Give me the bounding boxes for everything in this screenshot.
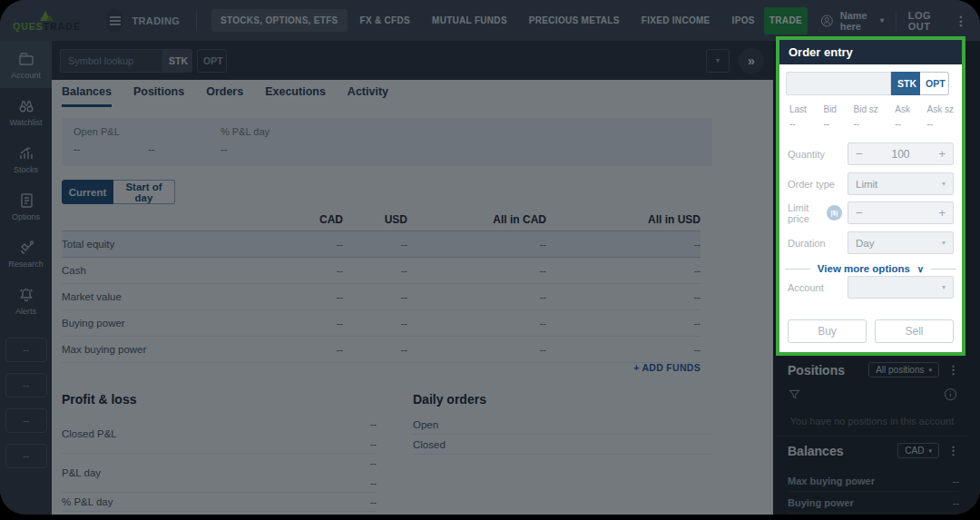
quote-label: Ask sz: [927, 104, 954, 114]
order-entry-header: Order entry: [779, 40, 962, 64]
account-label: Account: [788, 282, 848, 293]
limit-price-stepper: − +: [848, 201, 954, 224]
sell-button[interactable]: Sell: [875, 319, 954, 343]
quote-label: Bid sz: [853, 104, 877, 114]
quote-value: --: [895, 119, 910, 129]
duration-select[interactable]: Day ▾: [848, 231, 954, 254]
chevron-down-icon: ∨: [917, 264, 924, 274]
order-opt-toggle[interactable]: OPT: [920, 72, 949, 95]
limit-price-label: Limit price: [788, 202, 827, 224]
order-stk-toggle[interactable]: STK: [891, 72, 920, 95]
plus-icon[interactable]: +: [938, 206, 946, 220]
view-more-label: View more options: [818, 263, 910, 274]
quote-value: --: [927, 119, 954, 129]
view-more-options-link[interactable]: View more options ∨: [785, 263, 956, 274]
quote-value: --: [823, 119, 836, 129]
quote-label: Last: [789, 104, 807, 114]
caret-down-icon: ▾: [942, 180, 946, 188]
order-type-select[interactable]: Limit ▾: [848, 172, 954, 195]
order-type-label: Order type: [788, 179, 848, 190]
caret-down-icon: ▾: [942, 283, 946, 291]
caret-down-icon: ▾: [942, 239, 946, 247]
order-type-value: Limit: [856, 179, 877, 190]
plus-icon[interactable]: +: [938, 147, 946, 161]
account-select[interactable]: ▾: [848, 276, 954, 299]
quote-value: --: [789, 119, 807, 129]
quantity-stepper: − 100 +: [848, 142, 954, 165]
quantity-label: Quantity: [788, 149, 848, 160]
quote-value: --: [853, 119, 877, 129]
order-entry-panel: Order entry STK OPT Last-- Bid-- Bid sz-…: [776, 36, 965, 356]
app-window: QUESTRADE TRADING STOCKS, OPTIONS, ETFS …: [0, 0, 980, 515]
minus-icon[interactable]: −: [856, 147, 863, 161]
minus-icon[interactable]: −: [856, 206, 863, 220]
buy-button[interactable]: Buy: [788, 319, 867, 343]
quantity-value: 100: [891, 148, 909, 161]
quote-strip: Last-- Bid-- Bid sz-- Ask-- Ask sz--: [789, 104, 954, 129]
duration-label: Duration: [788, 238, 848, 249]
isi-price-badge-icon[interactable]: |$|: [827, 205, 842, 221]
duration-value: Day: [856, 238, 874, 249]
quote-label: Ask: [895, 104, 910, 114]
quote-label: Bid: [823, 104, 836, 114]
order-symbol-input[interactable]: [786, 72, 891, 95]
